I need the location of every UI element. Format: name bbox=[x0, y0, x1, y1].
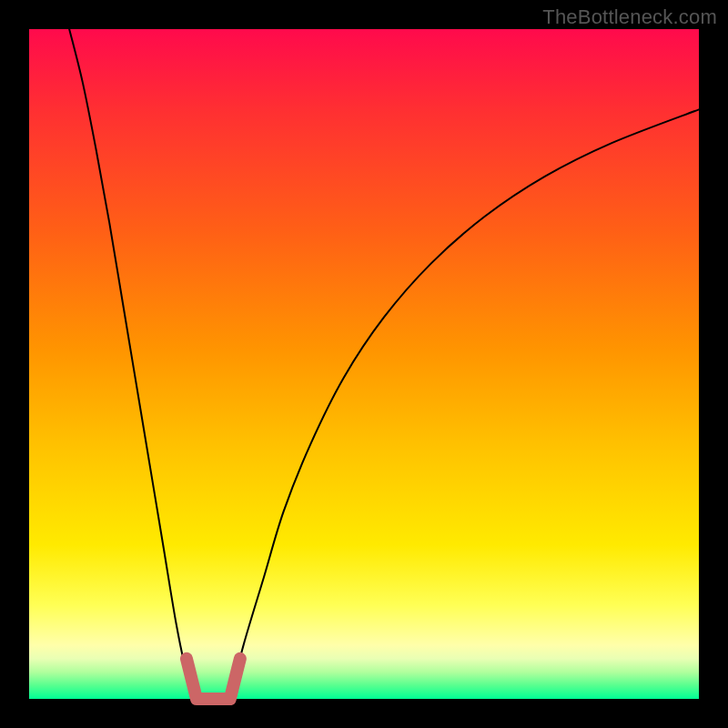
curve-layer bbox=[29, 29, 699, 699]
left-curve bbox=[69, 29, 197, 699]
chart-frame: TheBottleneck.com bbox=[0, 0, 728, 728]
watermark-text: TheBottleneck.com bbox=[542, 5, 717, 29]
plot-area bbox=[29, 29, 699, 699]
bottom-bucket bbox=[187, 659, 240, 699]
right-curve bbox=[230, 109, 699, 699]
